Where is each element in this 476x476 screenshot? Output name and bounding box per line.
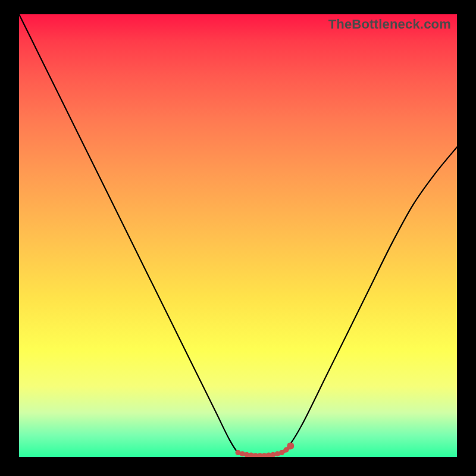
- minimum-markers: [236, 442, 295, 457]
- bottleneck-curve: [19, 14, 457, 456]
- chart-overlay: [19, 14, 457, 457]
- plot-area: TheBottleneck.com: [19, 14, 457, 457]
- chart-frame: TheBottleneck.com: [0, 0, 476, 476]
- minimum-marker-dot: [287, 442, 294, 449]
